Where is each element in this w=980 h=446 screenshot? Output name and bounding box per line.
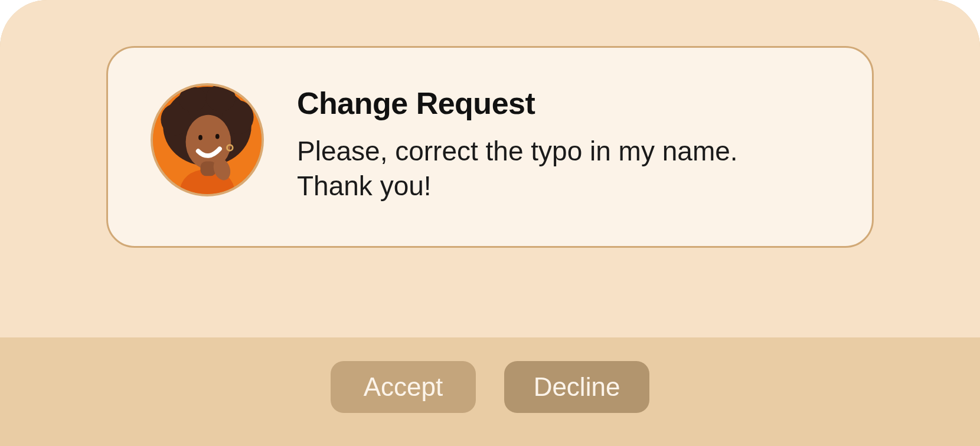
svg-point-10 (215, 134, 220, 139)
avatar-container (151, 83, 264, 196)
card-message: Please, correct the typo in my name. Tha… (297, 134, 746, 204)
action-bar: Accept Decline (0, 337, 980, 446)
user-avatar-icon (151, 83, 264, 196)
change-request-card: Change Request Please, correct the typo … (106, 46, 874, 248)
request-panel: Change Request Please, correct the typo … (0, 0, 980, 446)
svg-point-5 (179, 87, 206, 112)
card-title: Change Request (297, 86, 829, 121)
card-body: Change Request Please, correct the typo … (297, 83, 829, 204)
panel-body: Change Request Please, correct the typo … (0, 0, 980, 337)
svg-point-9 (198, 135, 202, 140)
decline-button[interactable]: Decline (504, 361, 649, 413)
svg-point-6 (206, 84, 236, 112)
accept-button[interactable]: Accept (331, 361, 476, 413)
